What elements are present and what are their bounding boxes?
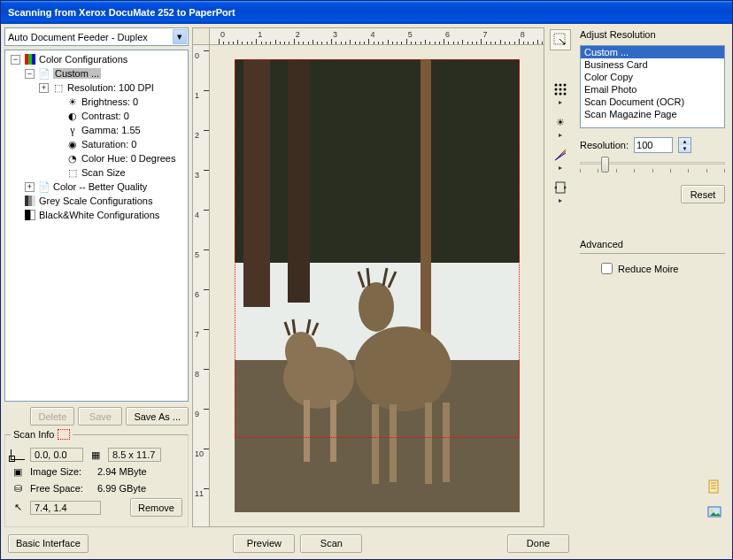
scan-button[interactable]: Scan: [300, 534, 362, 553]
tree-saturation[interactable]: ◉ Saturation: 0: [7, 137, 186, 151]
svg-point-29: [711, 510, 714, 512]
tree-bw[interactable]: Black&White Configurations: [7, 208, 186, 222]
brightness-tool: ☀ ▸: [550, 111, 571, 139]
collapse-icon[interactable]: −: [25, 69, 35, 79]
preview-image: [235, 59, 520, 512]
svg-point-10: [354, 326, 451, 411]
cursor-icon: ↖: [11, 501, 25, 515]
color-icon: [24, 53, 36, 65]
preset-item[interactable]: Scan Magazine Page: [581, 108, 724, 120]
levels-tool: ▸: [550, 144, 571, 172]
scansize-icon: ⬚: [66, 166, 79, 179]
spin-down-icon[interactable]: ▼: [679, 145, 691, 152]
resolution-slider[interactable]: [580, 158, 725, 180]
scan-info-label: Scan Info: [13, 429, 54, 440]
reduce-moire-label: Reduce Moire: [618, 264, 678, 274]
info-origin-size: 0.0, 0.0 ▦ 8.5 x 11.7: [11, 448, 182, 462]
expand-icon[interactable]: +: [25, 182, 35, 192]
adjust-resolution-label: Adjust Resolution: [580, 29, 725, 40]
resolution-tool: ▸: [550, 79, 571, 106]
svg-point-25: [564, 93, 567, 96]
resolution-spinner[interactable]: ▲▼: [678, 137, 691, 153]
tree-scansize[interactable]: ⬚ Scan Size: [7, 165, 186, 180]
hue-icon: ◔: [66, 152, 79, 165]
size-tool-button[interactable]: [550, 177, 571, 198]
spin-up-icon[interactable]: ▲: [679, 138, 691, 145]
config-tree[interactable]: − Color Configurations − 📄 Custom ... + …: [4, 50, 189, 402]
size-value: 8.5 x 11.7: [108, 448, 161, 462]
svg-rect-9: [330, 400, 336, 462]
svg-rect-3: [243, 59, 270, 307]
resolution-tool-button[interactable]: [550, 79, 571, 100]
scanner-window: Scanning from Xerox DocuMate 252 to Pape…: [0, 0, 733, 560]
source-dropdown[interactable]: Auto Document Feeder - Duplex ▾: [4, 27, 189, 46]
tree-label: Gamma: 1.55: [81, 125, 141, 135]
svg-point-22: [564, 88, 567, 91]
size-tool: ▸: [550, 177, 571, 204]
preset-item[interactable]: Custom ...: [581, 46, 724, 58]
preset-item[interactable]: Email Photo: [581, 83, 724, 96]
config-icon: 📄: [38, 67, 50, 80]
ruler-corner: [192, 27, 210, 45]
tree-label: Scan Size: [81, 167, 126, 178]
tree-color-better[interactable]: + 📄 Color -- Better Quality: [7, 180, 186, 194]
resolution-icon: ⬚: [52, 81, 65, 94]
remove-button[interactable]: Remove: [130, 498, 182, 517]
preset-item[interactable]: Business Card: [581, 58, 724, 71]
levels-tool-button[interactable]: [550, 144, 571, 165]
tree-greyscale[interactable]: Grey Scale Configurations: [7, 194, 186, 208]
preview-button[interactable]: Preview: [233, 534, 295, 553]
gallery-button[interactable]: [704, 501, 725, 522]
image-icon: ▣: [11, 464, 25, 479]
reset-button[interactable]: Reset: [681, 185, 725, 203]
save-button[interactable]: Save: [78, 407, 122, 426]
sun-icon: ☀: [66, 96, 79, 108]
collapse-icon[interactable]: −: [11, 55, 20, 65]
done-button[interactable]: Done: [507, 534, 569, 553]
basic-interface-button[interactable]: Basic Interface: [8, 534, 89, 553]
preset-item[interactable]: Color Copy: [581, 71, 724, 83]
config-page-button[interactable]: [704, 476, 725, 497]
saveas-button[interactable]: Save As ...: [126, 407, 189, 426]
slider-ticks: [580, 169, 725, 174]
tree-label: Grey Scale Configurations: [39, 196, 152, 206]
preset-item[interactable]: Scan Document (OCR): [581, 96, 724, 108]
tree-label: Color Hue: 0 Degrees: [81, 153, 175, 164]
preset-listbox[interactable]: Custom ...Business CardColor CopyEmail P…: [580, 45, 725, 128]
tree-contrast[interactable]: ◐ Contrast: 0: [7, 109, 186, 123]
expand-icon[interactable]: +: [39, 83, 49, 93]
tree-color-configs[interactable]: − Color Configurations: [7, 52, 186, 66]
gamma-icon: [66, 124, 79, 136]
brightness-tool-button[interactable]: ☀: [550, 111, 571, 133]
resolution-input[interactable]: [634, 137, 673, 153]
freespace-label: Free Space:: [30, 483, 92, 494]
svg-rect-13: [390, 404, 397, 482]
delete-button[interactable]: Delete: [30, 407, 74, 426]
tree-brightness[interactable]: ☀ Brightness: 0: [7, 95, 186, 109]
svg-rect-15: [443, 403, 450, 482]
left-column: Auto Document Feeder - Duplex ▾ − Color …: [4, 27, 189, 527]
cursor-value: 7.4, 1.4: [30, 501, 101, 515]
svg-point-7: [285, 332, 317, 371]
origin-icon: [11, 448, 25, 462]
freespace-value: 6.99 GByte: [97, 483, 146, 494]
ruler-horizontal: 012345678: [210, 27, 544, 45]
tree-gamma[interactable]: Gamma: 1.55: [7, 123, 186, 137]
select-tool-button[interactable]: [550, 29, 571, 50]
preview-area[interactable]: [210, 45, 544, 527]
tree-custom[interactable]: − 📄 Custom ...: [7, 66, 186, 81]
svg-rect-8: [304, 400, 310, 462]
tool-column: ▸ ☀ ▸ ▸ ▸: [544, 27, 573, 527]
tree-hue[interactable]: ◔ Color Hue: 0 Degrees: [7, 151, 186, 165]
tree-label: Color Configurations: [39, 54, 127, 65]
greyscale-icon: [24, 195, 36, 207]
tree-buttons: Delete Save Save As ...: [4, 407, 189, 426]
reduce-moire-checkbox[interactable]: [601, 263, 613, 274]
selection-icon: [58, 429, 70, 440]
info-cursor: ↖ 7.4, 1.4 Remove: [11, 498, 182, 517]
svg-point-17: [555, 84, 558, 87]
tree-resolution[interactable]: + ⬚ Resolution: 100 DPI: [7, 81, 186, 95]
svg-point-23: [555, 93, 558, 96]
preview-wrap: 012345678 01234567891011: [192, 27, 573, 527]
info-imagesize: ▣ Image Size: 2.94 MByte: [11, 464, 182, 479]
